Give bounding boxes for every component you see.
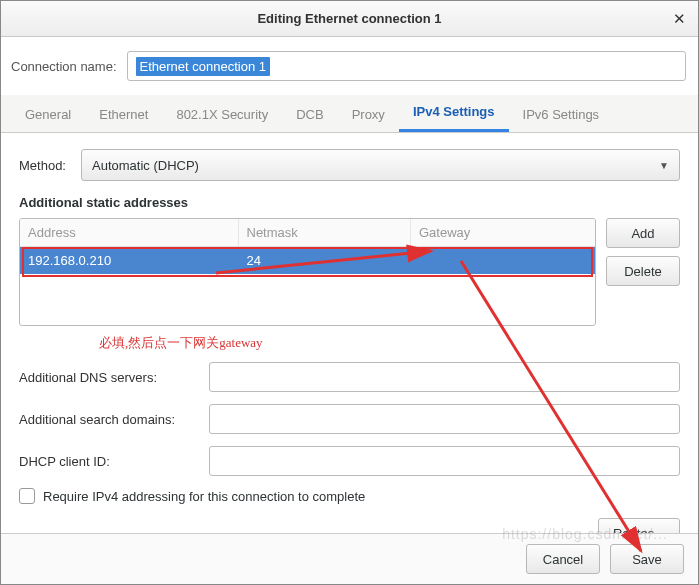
ipv4-panel: Method: Automatic (DHCP) ▼ Additional st… bbox=[1, 133, 698, 548]
tab-security[interactable]: 802.1X Security bbox=[162, 97, 282, 132]
search-input[interactable] bbox=[209, 404, 680, 434]
tab-ethernet[interactable]: Ethernet bbox=[85, 97, 162, 132]
table-row[interactable]: 192.168.0.210 24 bbox=[20, 247, 595, 274]
search-row: Additional search domains: bbox=[19, 404, 680, 434]
close-icon[interactable]: ✕ bbox=[673, 10, 686, 28]
save-button[interactable]: Save bbox=[610, 544, 684, 574]
connection-name-input[interactable]: Ethernet connection 1 bbox=[127, 51, 686, 81]
cell-netmask: 24 bbox=[239, 247, 412, 274]
cancel-button[interactable]: Cancel bbox=[526, 544, 600, 574]
col-netmask: Netmask bbox=[239, 219, 412, 246]
require-ipv4-row[interactable]: Require IPv4 addressing for this connect… bbox=[19, 488, 680, 504]
tabs: General Ethernet 802.1X Security DCB Pro… bbox=[1, 95, 698, 133]
tab-dcb[interactable]: DCB bbox=[282, 97, 337, 132]
tab-ipv6[interactable]: IPv6 Settings bbox=[509, 97, 614, 132]
col-address: Address bbox=[20, 219, 239, 246]
method-combo[interactable]: Automatic (DHCP) ▼ bbox=[81, 149, 680, 181]
delete-button[interactable]: Delete bbox=[606, 256, 680, 286]
addresses-wrap: Address Netmask Gateway 192.168.0.210 24… bbox=[19, 218, 680, 326]
require-ipv4-label: Require IPv4 addressing for this connect… bbox=[43, 489, 365, 504]
addresses-table[interactable]: Address Netmask Gateway 192.168.0.210 24 bbox=[19, 218, 596, 326]
dns-label: Additional DNS servers: bbox=[19, 370, 199, 385]
method-value: Automatic (DHCP) bbox=[92, 158, 199, 173]
dns-input[interactable] bbox=[209, 362, 680, 392]
cell-address: 192.168.0.210 bbox=[20, 247, 239, 274]
dhcp-input[interactable] bbox=[209, 446, 680, 476]
tab-proxy[interactable]: Proxy bbox=[338, 97, 399, 132]
cell-gateway bbox=[411, 247, 595, 274]
annotation-text: 必填,然后点一下网关gateway bbox=[99, 334, 680, 352]
tab-ipv4[interactable]: IPv4 Settings bbox=[399, 94, 509, 132]
col-gateway: Gateway bbox=[411, 219, 595, 246]
titlebar: Editing Ethernet connection 1 ✕ bbox=[1, 1, 698, 37]
addresses-section-label: Additional static addresses bbox=[19, 195, 680, 210]
add-button[interactable]: Add bbox=[606, 218, 680, 248]
chevron-down-icon: ▼ bbox=[659, 160, 669, 171]
dhcp-label: DHCP client ID: bbox=[19, 454, 199, 469]
method-row: Method: Automatic (DHCP) ▼ bbox=[19, 149, 680, 181]
method-label: Method: bbox=[19, 158, 71, 173]
require-ipv4-checkbox[interactable] bbox=[19, 488, 35, 504]
connection-name-row: Connection name: Ethernet connection 1 bbox=[1, 37, 698, 95]
window-title: Editing Ethernet connection 1 bbox=[257, 11, 441, 26]
dhcp-row: DHCP client ID: bbox=[19, 446, 680, 476]
connection-name-label: Connection name: bbox=[7, 59, 117, 74]
dns-row: Additional DNS servers: bbox=[19, 362, 680, 392]
tab-general[interactable]: General bbox=[11, 97, 85, 132]
connection-name-value: Ethernet connection 1 bbox=[136, 57, 270, 76]
search-label: Additional search domains: bbox=[19, 412, 199, 427]
table-header: Address Netmask Gateway bbox=[20, 219, 595, 247]
address-buttons: Add Delete bbox=[606, 218, 680, 326]
dialog-footer: Cancel Save bbox=[1, 533, 698, 584]
